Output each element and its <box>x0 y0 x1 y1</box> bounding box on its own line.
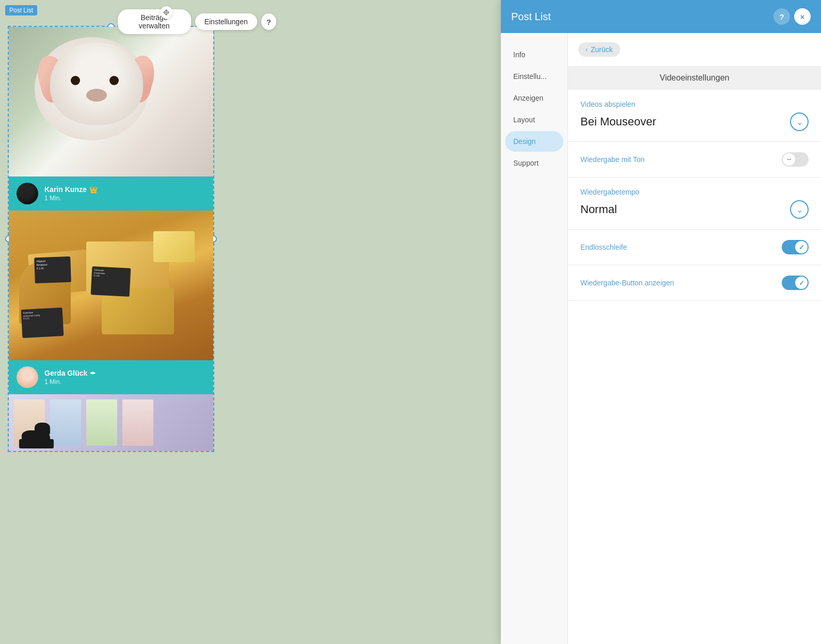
panel-header: Post List ? × <box>501 0 821 33</box>
post-list-widget: Karin Kunze 👑 1 Min. AllgäuerBergkäse€ 2… <box>8 26 214 452</box>
pen-icon: ✒ <box>90 369 96 377</box>
nav-item-design[interactable]: Design <box>505 131 563 152</box>
author-name: Karin Kunze 👑 <box>44 185 206 194</box>
author-name: Gerda Glück ✒ <box>44 369 206 377</box>
author-time: 1 Min. <box>44 378 206 385</box>
toolbar: Beiträge verwalten Einstellungen ? <box>118 9 277 34</box>
setting-label: Wiedergabe mit Ton <box>580 155 644 164</box>
panel-close-button[interactable]: × <box>794 8 811 25</box>
toggle-container: Wiedergabe-Button anzeigen ✓ <box>580 276 809 290</box>
setting-value-row: Normal ⌄ <box>580 200 809 219</box>
toggle-endlosschleife[interactable]: ✓ <box>782 240 809 254</box>
nav-item-anzeigen[interactable]: Anzeigen <box>505 88 563 108</box>
setting-value-row: Bei Mouseover ⌄ <box>580 112 809 131</box>
toggle-container: Endlosschleife ✓ <box>580 240 809 254</box>
panel-body: Info Einstellu... Anzeigen Layout Design… <box>501 33 821 644</box>
post-image-dog <box>9 394 213 451</box>
setting-label: Videos abspielen <box>580 100 809 108</box>
crown-icon: 👑 <box>89 186 98 194</box>
setting-row-endlosschleife: Endlosschleife ✓ <box>568 230 821 265</box>
nav-item-info[interactable]: Info <box>505 44 563 65</box>
panel-help-button[interactable]: ? <box>773 8 790 25</box>
setting-label: Wiedergabetempo <box>580 188 809 196</box>
toggle-knob: ✓ <box>795 241 808 253</box>
panel-content: ‹ Zurück Videoeinstellungen Videos abspi… <box>568 33 821 644</box>
author-bar: Karin Kunze 👑 1 Min. <box>9 176 213 211</box>
settings-panel: Post List ? × Info Einstellu... Anzeigen… <box>501 0 821 644</box>
help-toolbar-button[interactable]: ? <box>261 13 276 30</box>
toggle-knob: ✓ <box>795 277 808 289</box>
avatar <box>17 366 38 388</box>
setting-row-videos-abspielen: Videos abspielen Bei Mouseover ⌄ <box>568 90 821 142</box>
panel-title: Post List <box>511 11 551 23</box>
author-info: Karin Kunze 👑 1 Min. <box>44 185 206 202</box>
post-image-lamb <box>9 27 213 176</box>
setting-row-wiedergabe-button: Wiedergabe-Button anzeigen ✓ <box>568 265 821 301</box>
setting-value: Normal <box>580 203 617 216</box>
setting-row-wiedergabe-ton: Wiedergabe mit Ton − <box>568 142 821 178</box>
manage-posts-button[interactable]: Beiträge verwalten <box>118 9 191 34</box>
toggle-wiedergabe-ton[interactable]: − <box>782 152 809 167</box>
drag-handle[interactable] <box>160 6 172 19</box>
dropdown-button-videos-abspielen[interactable]: ⌄ <box>790 112 809 131</box>
back-button[interactable]: ‹ Zurück <box>578 42 620 57</box>
dropdown-button-wiedergabetempo[interactable]: ⌄ <box>790 200 809 219</box>
settings-toolbar-button[interactable]: Einstellungen <box>195 13 257 30</box>
setting-label: Wiedergabe-Button anzeigen <box>580 279 674 287</box>
minus-icon: − <box>786 155 791 164</box>
post-item: AllgäuerBergkäse€ 2,45 SalzburgerEmmenta… <box>9 211 213 394</box>
author-time: 1 Min. <box>44 195 206 202</box>
post-item <box>9 394 213 451</box>
avatar <box>17 183 38 204</box>
chevron-down-icon: ⌄ <box>796 205 803 215</box>
toggle-container: Wiedergabe mit Ton − <box>580 152 809 167</box>
panel-header-actions: ? × <box>773 8 811 25</box>
author-info: Gerda Glück ✒ 1 Min. <box>44 369 206 385</box>
check-icon: ✓ <box>799 244 804 251</box>
toggle-wiedergabe-button[interactable]: ✓ <box>782 276 809 290</box>
nav-item-layout[interactable]: Layout <box>505 109 563 130</box>
back-label: Zurück <box>591 45 613 54</box>
chevron-down-icon: ⌄ <box>796 117 803 127</box>
post-image-cheese: AllgäuerBergkäse€ 2,45 SalzburgerEmmenta… <box>9 211 213 360</box>
toggle-knob: − <box>783 153 795 166</box>
setting-row-wiedergabetempo: Wiedergabetempo Normal ⌄ <box>568 178 821 230</box>
setting-value: Bei Mouseover <box>580 115 656 128</box>
nav-item-support[interactable]: Support <box>505 153 563 173</box>
check-icon: ✓ <box>799 279 804 287</box>
chevron-left-icon: ‹ <box>586 46 588 53</box>
nav-item-einstellungen[interactable]: Einstellu... <box>505 66 563 87</box>
author-bar: Gerda Glück ✒ 1 Min. <box>9 360 213 394</box>
widget-label: Post List <box>5 5 37 15</box>
section-heading: Videoeinstellungen <box>568 66 821 90</box>
canvas-area: Post List Beiträge verwalten Einstellung… <box>0 0 318 644</box>
post-item: Karin Kunze 👑 1 Min. <box>9 27 213 211</box>
panel-sidebar-nav: Info Einstellu... Anzeigen Layout Design… <box>501 33 568 644</box>
setting-label: Endlosschleife <box>580 243 627 251</box>
